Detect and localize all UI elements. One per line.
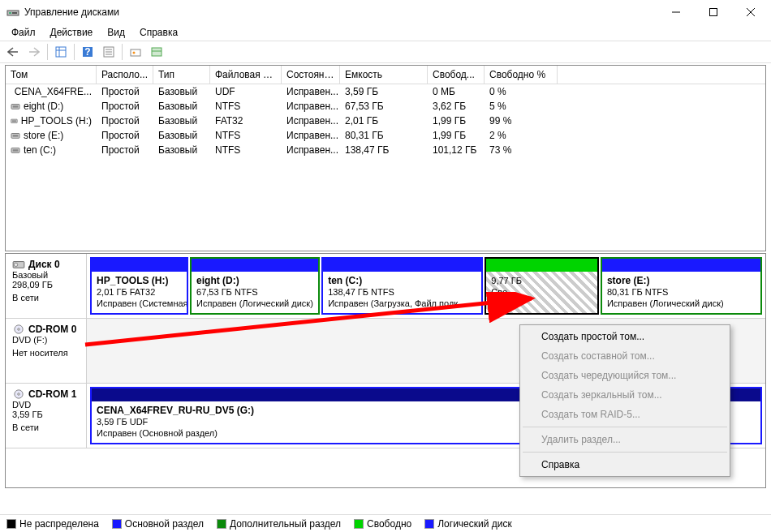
disk-label: Диск 0Базовый298,09 ГБВ сети — [6, 254, 87, 318]
cell: 99 % — [485, 114, 558, 128]
svg-rect-18 — [152, 48, 162, 56]
context-menu-item[interactable]: Справка — [522, 455, 728, 474]
help-button[interactable]: ? — [78, 43, 97, 61]
menubar: Файл Действие Вид Справка — [0, 24, 771, 41]
disk-row[interactable]: Диск 0Базовый298,09 ГБВ сетиHP_TOOLS (H:… — [6, 254, 765, 319]
svg-point-17 — [133, 52, 136, 54]
titlebar: Управление дисками — [0, 0, 771, 24]
context-menu-item: Создать составной том... — [522, 346, 728, 366]
volume-list[interactable]: ТомРасполо...ТипФайловая с...СостояниеЕм… — [5, 65, 766, 251]
cell: 2,01 ГБ — [340, 114, 428, 128]
forward-button[interactable] — [24, 43, 44, 61]
back-button[interactable] — [3, 43, 23, 61]
menu-file[interactable]: Файл — [5, 25, 42, 40]
legend-item: Логический диск — [424, 518, 512, 530]
cell: Простой — [97, 114, 153, 128]
cell: Простой — [97, 128, 153, 143]
partition[interactable]: 9,77 ГБСво — [485, 257, 599, 315]
svg-rect-29 — [13, 149, 19, 152]
column-header[interactable]: Емкость — [340, 66, 428, 84]
column-header[interactable]: Располо... — [97, 66, 153, 84]
legend-item: Основной раздел — [112, 518, 204, 530]
cell: UDF — [210, 84, 282, 99]
table-row[interactable]: HP_TOOLS (H:)ПростойБазовыйFAT32Исправен… — [6, 114, 765, 128]
svg-rect-2 — [12, 12, 17, 14]
cell: Базовый — [153, 84, 210, 99]
menu-action[interactable]: Действие — [44, 25, 100, 40]
table-row[interactable]: ten (C:)ПростойБазовыйNTFSИсправен...138… — [6, 143, 765, 157]
close-button[interactable] — [732, 0, 769, 24]
column-header[interactable]: Том — [6, 66, 97, 84]
cell: Базовый — [153, 114, 210, 128]
partition[interactable]: HP_TOOLS (H:)2,01 ГБ FAT32Исправен (Сист… — [90, 257, 188, 315]
context-menu-item[interactable]: Создать простой том... — [522, 327, 728, 346]
svg-rect-7 — [56, 47, 66, 57]
cell: store (E:) — [6, 128, 97, 143]
cell: Базовый — [153, 143, 210, 157]
svg-point-33 — [18, 328, 20, 331]
cell: Исправен... — [282, 128, 340, 143]
menu-help[interactable]: Справка — [133, 25, 184, 40]
properties-button[interactable] — [99, 43, 118, 61]
legend: Не распределенаОсновной разделДополнител… — [0, 514, 771, 532]
cell: 138,47 ГБ — [340, 143, 428, 157]
context-menu: Создать простой том...Создать составной … — [519, 324, 730, 477]
svg-point-35 — [18, 393, 20, 396]
svg-point-31 — [14, 263, 17, 266]
context-menu-item: Создать чередующийся том... — [522, 366, 728, 385]
cell: 3,62 ГБ — [428, 99, 485, 114]
svg-rect-16 — [131, 49, 140, 56]
settings-button[interactable] — [126, 43, 145, 61]
cell: Простой — [97, 99, 153, 114]
minimize-button[interactable] — [657, 0, 695, 24]
cell: Простой — [97, 84, 153, 99]
legend-item: Свободно — [354, 518, 411, 530]
context-menu-item: Создать зеркальный том... — [522, 385, 728, 405]
svg-rect-1 — [9, 12, 11, 14]
cell: eight (D:) — [6, 99, 97, 114]
cell: Исправен... — [282, 143, 340, 157]
cell: 101,12 ГБ — [428, 143, 485, 157]
context-menu-item: Удалить раздел... — [522, 430, 728, 449]
cell: 2 % — [485, 128, 558, 143]
cell: 1,99 ГБ — [428, 114, 485, 128]
context-menu-item: Создать том RAID-5... — [522, 405, 728, 424]
cell: 73 % — [485, 143, 558, 157]
refresh-button[interactable] — [147, 43, 166, 61]
cell: 0 МБ — [428, 84, 485, 99]
svg-rect-27 — [13, 135, 19, 137]
cell: ten (C:) — [6, 143, 97, 157]
cell: Простой — [97, 143, 153, 157]
svg-rect-25 — [12, 120, 16, 122]
cell: NTFS — [210, 128, 282, 143]
table-row[interactable]: eight (D:)ПростойБазовыйNTFSИсправен...6… — [6, 99, 765, 114]
cell: HP_TOOLS (H:) — [6, 114, 97, 128]
svg-rect-23 — [13, 105, 19, 108]
column-header[interactable]: Состояние — [282, 66, 340, 84]
cell: 80,31 ГБ — [340, 128, 428, 143]
svg-text:?: ? — [84, 46, 90, 58]
column-header[interactable]: Свобод... — [428, 66, 485, 84]
column-header[interactable]: Файловая с... — [210, 66, 282, 84]
partition[interactable]: ten (C:)138,47 ГБ NTFSИсправен (Загрузка… — [321, 257, 483, 315]
cell: 1,99 ГБ — [428, 128, 485, 143]
app-icon — [6, 6, 19, 19]
cell: 3,59 ГБ — [340, 84, 428, 99]
column-header[interactable]: Свободно % — [485, 66, 558, 84]
table-row[interactable]: CENA_X64FRE...ПростойБазовыйUDFИсправен.… — [6, 84, 765, 99]
view-details-button[interactable] — [51, 43, 71, 61]
column-header[interactable]: Тип — [153, 66, 210, 84]
cell: Исправен... — [282, 114, 340, 128]
cell: Базовый — [153, 99, 210, 114]
cell: Исправен... — [282, 99, 340, 114]
table-row[interactable]: store (E:)ПростойБазовыйNTFSИсправен...8… — [6, 128, 765, 143]
partition[interactable]: store (E:)80,31 ГБ NTFSИсправен (Логичес… — [601, 257, 762, 315]
context-separator — [523, 452, 727, 453]
cell: NTFS — [210, 143, 282, 157]
menu-view[interactable]: Вид — [101, 25, 131, 40]
context-separator — [523, 427, 727, 427]
svg-rect-4 — [710, 9, 717, 16]
maximize-button[interactable] — [695, 0, 732, 24]
cell: 5 % — [485, 99, 558, 114]
partition[interactable]: eight (D:)67,53 ГБ NTFSИсправен (Логичес… — [190, 257, 320, 315]
